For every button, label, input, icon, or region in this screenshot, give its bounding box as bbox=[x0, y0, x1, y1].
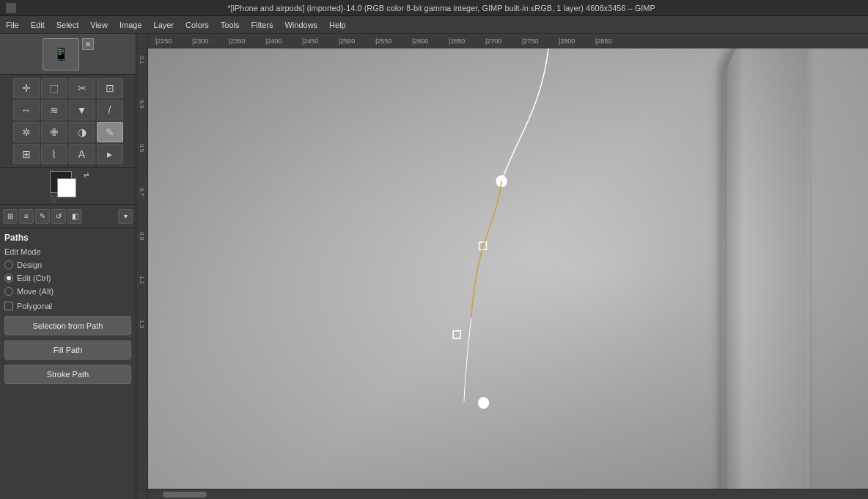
ruler-v-5: 1,1 bbox=[139, 276, 145, 284]
ruler-mark-2300: |2300 bbox=[192, 37, 208, 45]
ruler-v-4: 0,9 bbox=[139, 232, 145, 240]
menu-item-colors[interactable]: Colors bbox=[180, 16, 215, 33]
align-btn[interactable]: ⊞ bbox=[13, 144, 40, 164]
ruler-mark-2450: |2450 bbox=[302, 37, 318, 45]
edit-mode-label: Edit Mode bbox=[4, 247, 131, 256]
edit-radio-circle bbox=[4, 274, 13, 283]
tools-grid: ✛ ⬚ ✂ ⊡ ↔ ≋ ▼ / ✲ ✙ ◑ ✎ ⊞ ⌇ A ▸ bbox=[0, 75, 136, 168]
horizontal-scrollbar[interactable] bbox=[136, 489, 868, 499]
image-shadow-detail bbox=[148, 48, 868, 489]
menu-item-file[interactable]: File bbox=[0, 16, 25, 33]
paths-tab-icon[interactable]: ✎ bbox=[35, 209, 50, 224]
left-toolbar: 📱 ✕ ✛ ⬚ ✂ ⊡ ↔ ≋ ▼ / ✲ ✙ ◑ ✎ ⊞ ⌇ A ▸ bbox=[0, 34, 136, 499]
menu-item-edit[interactable]: Edit bbox=[25, 16, 51, 33]
move-tool-btn[interactable]: ✛ bbox=[13, 78, 40, 98]
ruler-left: 0,1 0,3 0,5 0,7 0,9 1,1 1,3 bbox=[136, 48, 148, 489]
colors-area: ⇄ ⬛ bbox=[0, 168, 136, 205]
ruler-mark-2350: |2350 bbox=[229, 37, 245, 45]
menu-item-image[interactable]: Image bbox=[114, 16, 148, 33]
move-radio-label: Move (Alt) bbox=[17, 287, 54, 296]
swap-colors-icon[interactable]: ⇄ bbox=[84, 171, 89, 178]
ruler-v-1: 0,3 bbox=[139, 100, 145, 108]
tool-tab-close-btn[interactable]: ✕ bbox=[82, 38, 94, 50]
dodge-btn[interactable]: ◑ bbox=[69, 122, 95, 142]
layers-tab-icon[interactable]: ⊞ bbox=[3, 209, 18, 224]
tool-tabs: 📱 ✕ bbox=[0, 34, 136, 75]
menu-item-windows[interactable]: Windows bbox=[279, 16, 323, 33]
ruler-v-3: 0,7 bbox=[139, 188, 145, 196]
ruler-mark-2800: |2800 bbox=[559, 37, 575, 45]
smudge-btn[interactable]: ⌇ bbox=[41, 144, 67, 164]
undo-tab-icon[interactable]: ◧ bbox=[67, 209, 82, 224]
panel-tabs-row: ⊞ ≡ ✎ ↺ ◧ ▾ bbox=[0, 205, 136, 228]
menu-item-view[interactable]: View bbox=[84, 16, 114, 33]
ruler-v-6: 1,3 bbox=[139, 320, 145, 328]
polygonal-checkbox[interactable]: Polygonal bbox=[4, 302, 131, 310]
ruler-v-2: 0,5 bbox=[139, 144, 145, 152]
history-tab-icon[interactable]: ↺ bbox=[51, 209, 66, 224]
ruler-mark-2550: |2550 bbox=[375, 37, 391, 45]
rect-select-btn[interactable]: ⬚ bbox=[41, 78, 67, 98]
selection-from-path-btn[interactable]: Selection from Path bbox=[4, 316, 131, 335]
clone-btn[interactable]: ✲ bbox=[13, 122, 40, 142]
menu-item-tools[interactable]: Tools bbox=[215, 16, 246, 33]
move-radio-circle bbox=[4, 287, 13, 296]
titlebar: *[iPhone and airpods] (imported)-14.0 (R… bbox=[0, 0, 868, 16]
colors-wrapper: ⇄ ⬛ bbox=[50, 171, 87, 202]
ruler-mark-2850: |2850 bbox=[595, 37, 611, 45]
paths-panel-title: Paths bbox=[4, 233, 131, 243]
stroke-path-btn[interactable]: Stroke Path bbox=[4, 365, 131, 384]
text-btn[interactable]: A bbox=[69, 144, 95, 164]
ruler-mark-2600: |2600 bbox=[412, 37, 428, 45]
polygonal-checkbox-box bbox=[4, 302, 13, 310]
pencil-btn[interactable]: / bbox=[97, 100, 123, 120]
move-radio[interactable]: Move (Alt) bbox=[4, 287, 131, 296]
scissors-btn[interactable]: ✂ bbox=[69, 78, 95, 98]
canvas-area: |2250 |2300 |2350 |2400 |2450 |2500 |255… bbox=[136, 34, 868, 499]
design-radio-circle bbox=[4, 261, 13, 269]
bucket-btn[interactable]: ▼ bbox=[69, 100, 95, 120]
transform-btn[interactable]: ↔ bbox=[13, 100, 40, 120]
crop-btn[interactable]: ⊡ bbox=[97, 78, 123, 98]
reset-colors-icon[interactable]: ⬛ bbox=[50, 195, 57, 202]
path-btn[interactable]: ✎ bbox=[97, 122, 123, 142]
ruler-mark-2650: |2650 bbox=[449, 37, 465, 45]
tool-image-preview: 📱 bbox=[43, 38, 79, 70]
window-title: *[iPhone and airpods] (imported)-14.0 (R… bbox=[21, 4, 862, 12]
ruler-v-0: 0,1 bbox=[139, 56, 145, 64]
background-color[interactable] bbox=[57, 178, 76, 197]
ruler-mark-2750: |2750 bbox=[522, 37, 538, 45]
design-radio-label: Design bbox=[17, 261, 42, 269]
ruler-top: |2250 |2300 |2350 |2400 |2450 |2500 |255… bbox=[136, 34, 868, 48]
menu-item-select[interactable]: Select bbox=[51, 16, 85, 33]
color-picker-btn[interactable]: ▸ bbox=[97, 144, 123, 164]
warp-btn[interactable]: ≋ bbox=[41, 100, 67, 120]
menubar: FileEditSelectViewImageLayerColorsToolsF… bbox=[0, 16, 868, 34]
polygonal-checkbox-label: Polygonal bbox=[17, 302, 52, 310]
fill-path-btn[interactable]: Fill Path bbox=[4, 340, 131, 360]
main-layout: 📱 ✕ ✛ ⬚ ✂ ⊡ ↔ ≋ ▼ / ✲ ✙ ◑ ✎ ⊞ ⌇ A ▸ bbox=[0, 34, 868, 499]
edit-radio-label: Edit (Ctrl) bbox=[17, 274, 51, 283]
ruler-mark-2400: |2400 bbox=[265, 37, 282, 45]
h-scroll-thumb[interactable] bbox=[163, 492, 207, 498]
menu-item-help[interactable]: Help bbox=[323, 16, 352, 33]
menu-item-filters[interactable]: Filters bbox=[246, 16, 279, 33]
app-icon bbox=[6, 3, 16, 13]
edit-radio[interactable]: Edit (Ctrl) bbox=[4, 274, 131, 283]
ruler-mark-2250: |2250 bbox=[155, 37, 172, 45]
design-radio[interactable]: Design bbox=[4, 261, 131, 269]
image-canvas[interactable] bbox=[148, 48, 868, 489]
channels-tab-icon[interactable]: ≡ bbox=[19, 209, 34, 224]
heal-btn[interactable]: ✙ bbox=[41, 122, 67, 142]
paths-panel: Paths Edit Mode Design Edit (Ctrl) Move … bbox=[0, 228, 136, 499]
panel-menu-btn[interactable]: ▾ bbox=[118, 209, 133, 224]
ruler-mark-2700: |2700 bbox=[485, 37, 501, 45]
canvas-with-ruler: 0,1 0,3 0,5 0,7 0,9 1,1 1,3 bbox=[136, 48, 868, 489]
menu-item-layer[interactable]: Layer bbox=[148, 16, 180, 33]
ruler-mark-2500: |2500 bbox=[339, 37, 355, 45]
